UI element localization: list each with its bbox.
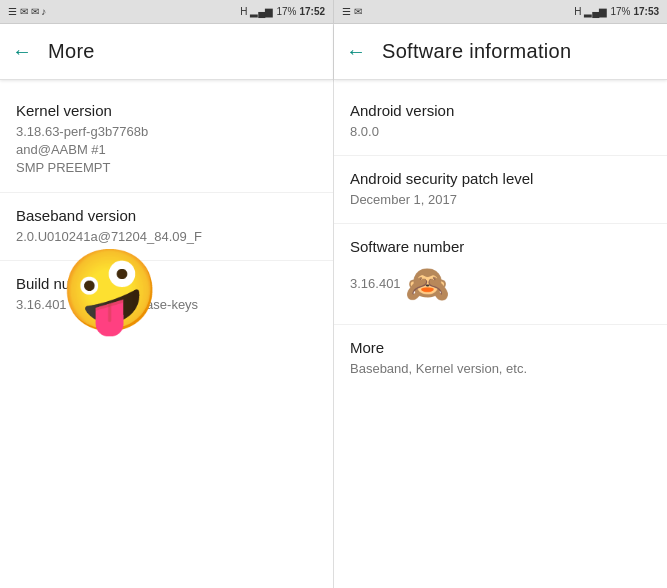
left-back-button[interactable]: ← xyxy=(12,40,32,63)
status-right-right-info: H ▂▄▆ 17% 17:53 xyxy=(574,6,659,17)
left-toolbar-title: More xyxy=(48,40,95,63)
more-item[interactable]: More Baseband, Kernel version, etc. xyxy=(334,325,667,392)
right-toolbar: ← Software information xyxy=(334,24,667,80)
software-number-label: Software number xyxy=(350,238,651,255)
right-back-button[interactable]: ← xyxy=(346,40,366,63)
software-number-value: 3.16.401 🙈 xyxy=(350,259,651,309)
status-left-icons: ☰ ✉ ✉ ♪ xyxy=(8,6,46,17)
android-version-label: Android version xyxy=(350,102,651,119)
time-left: 17:52 xyxy=(299,6,325,17)
android-version-item: Android version 8.0.0 xyxy=(334,88,667,156)
security-patch-label: Android security patch level xyxy=(350,170,651,187)
status-bar-left: ☰ ✉ ✉ ♪ H ▂▄▆ 17% 17:52 xyxy=(0,0,334,24)
status-bar-right: ☰ ✉ H ▂▄▆ 17% 17:53 xyxy=(334,0,667,24)
winking-emoji: 🤪 xyxy=(60,251,160,331)
left-screen: ← More Kernel version 3.18.63-perf-g3b77… xyxy=(0,24,334,588)
software-number-text: 3.16.401 xyxy=(350,275,401,293)
status-right-info: H ▂▄▆ 17% 17:52 xyxy=(240,6,325,17)
more-value: Baseband, Kernel version, etc. xyxy=(350,360,651,378)
security-patch-item: Android security patch level December 1,… xyxy=(334,156,667,224)
software-number-item: Software number 3.16.401 🙈 xyxy=(334,224,667,324)
kernel-version-label: Kernel version xyxy=(16,102,317,119)
right-toolbar-title: Software information xyxy=(382,40,571,63)
screens-container: ← More Kernel version 3.18.63-perf-g3b77… xyxy=(0,24,667,588)
left-content: Kernel version 3.18.63-perf-g3b7768band@… xyxy=(0,80,333,588)
baseband-version-item: Baseband version 2.0.U010241a@71204_84.0… xyxy=(0,193,333,261)
battery-left: 17% xyxy=(276,6,296,17)
right-content: Android version 8.0.0 Android security p… xyxy=(334,80,667,588)
kernel-version-value: 3.18.63-perf-g3b7768band@AABM #1SMP PREE… xyxy=(16,123,317,178)
more-label: More xyxy=(350,339,651,356)
notification-icons-right: ☰ ✉ xyxy=(342,6,362,17)
baseband-version-label: Baseband version xyxy=(16,207,317,224)
right-screen: ← Software information Android version 8… xyxy=(334,24,667,588)
baseband-version-value: 2.0.U010241a@71204_84.09_F xyxy=(16,228,317,246)
android-version-value: 8.0.0 xyxy=(350,123,651,141)
security-patch-value: December 1, 2017 xyxy=(350,191,651,209)
signal-icon-right: H ▂▄▆ xyxy=(574,6,607,17)
notification-icons: ☰ ✉ ✉ ♪ xyxy=(8,6,46,17)
monkey-emoji: 🙈 xyxy=(405,259,450,309)
status-right-left-icons: ☰ ✉ xyxy=(342,6,362,17)
signal-icon: H ▂▄▆ xyxy=(240,6,273,17)
battery-right: 17% xyxy=(610,6,630,17)
left-toolbar: ← More xyxy=(0,24,333,80)
build-number-item: Build number 3.16.401... 1 release-keys … xyxy=(0,261,333,328)
status-bars: ☰ ✉ ✉ ♪ H ▂▄▆ 17% 17:52 ☰ ✉ H ▂▄▆ 17% 17… xyxy=(0,0,667,24)
kernel-version-item: Kernel version 3.18.63-perf-g3b7768band@… xyxy=(0,88,333,193)
time-right: 17:53 xyxy=(633,6,659,17)
